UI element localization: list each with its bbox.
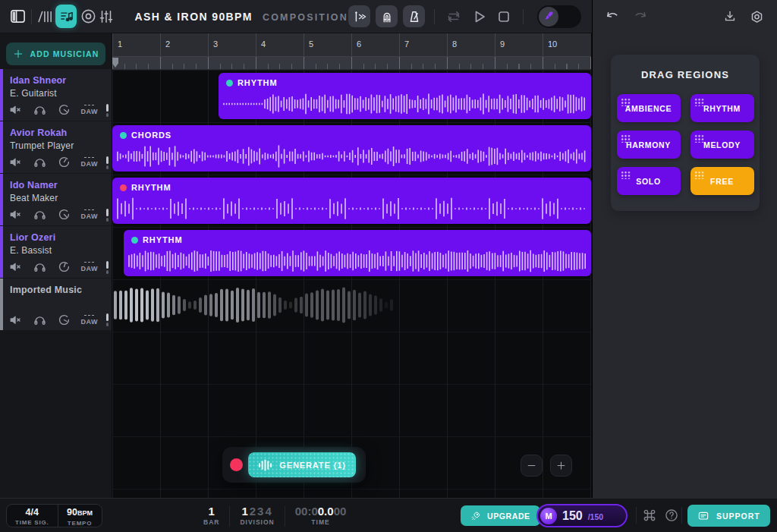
- region-waveform: [222, 91, 587, 117]
- stop-button-icon[interactable]: [494, 7, 514, 27]
- division-readout: 1234 DIVISION: [240, 505, 274, 526]
- upgrade-button[interactable]: UPGRADE: [461, 505, 540, 526]
- loop-toggle-icon[interactable]: [444, 7, 464, 27]
- drag-handle-icon[interactable]: [106, 313, 109, 326]
- drag-region-solo[interactable]: SOLO: [617, 167, 681, 195]
- arrangement-view-icon[interactable]: [36, 7, 54, 27]
- daw-export-icon[interactable]: DAW: [80, 261, 98, 272]
- project-title-group: ASH & IRON 90BPM COMPOSITION: [134, 11, 348, 23]
- shortcuts-command-icon[interactable]: [642, 508, 657, 523]
- daw-export-icon[interactable]: DAW: [80, 209, 98, 220]
- drag-regions-grid: AMBIENCE RHYTHM HARMONY MELODY SOLO FREE: [611, 94, 760, 195]
- drag-region-melody[interactable]: MELODY: [690, 131, 754, 159]
- timesig-tempo-pill[interactable]: 4/4 TIME SIG. 90BPM TEMPO: [6, 504, 102, 527]
- timeline-tracks[interactable]: RHYTHM CHORDS RHYTHM RHYTHM: [112, 70, 591, 498]
- record-disc-icon[interactable]: [79, 7, 97, 27]
- solo-headphones-icon[interactable]: [33, 313, 47, 327]
- track-color-stripe: [0, 121, 3, 173]
- score-view-icon[interactable]: [55, 5, 77, 28]
- divider: [523, 9, 524, 24]
- bar-number: 9: [495, 33, 543, 56]
- level-knob-icon[interactable]: [57, 102, 71, 117]
- settings-gear-icon[interactable]: [749, 9, 765, 25]
- play-button-icon[interactable]: [469, 7, 489, 27]
- timeline-ruler[interactable]: 12345678910: [112, 33, 591, 70]
- mute-icon[interactable]: [8, 207, 23, 222]
- zoom-in-button[interactable]: [550, 455, 572, 477]
- bar-readout: 1 BAR: [203, 505, 219, 526]
- track-color-stripe: [0, 226, 3, 278]
- drag-handle-icon[interactable]: [106, 209, 109, 222]
- record-dot[interactable]: [230, 458, 243, 471]
- region-waveform: [116, 143, 587, 169]
- position-readout: 1 BAR 1234 DIVISION 00:00.000 TIME: [203, 505, 346, 527]
- solo-headphones-icon[interactable]: [33, 260, 47, 274]
- drag-handle-icon[interactable]: [106, 261, 109, 274]
- download-icon[interactable]: [722, 9, 738, 24]
- right-panel: DRAG REGIONS AMBIENCE RHYTHM HARMONY MEL…: [592, 33, 777, 498]
- generate-button[interactable]: GENERATE (1): [248, 452, 356, 477]
- zoom-out-button[interactable]: [521, 455, 543, 477]
- region-dot: [226, 80, 233, 87]
- add-musician-button[interactable]: ADD MUSICIAN: [6, 42, 105, 65]
- sidebar-toggle-icon[interactable]: [9, 7, 27, 27]
- ruler-ticks[interactable]: [112, 57, 591, 69]
- audio-region[interactable]: RHYTHM: [112, 178, 591, 224]
- audio-region[interactable]: RHYTHM: [219, 73, 591, 119]
- credits-badge[interactable]: M 150 /150: [536, 504, 628, 527]
- region-label: RHYTHM: [238, 78, 277, 87]
- musician-card[interactable]: Avior Rokah Trumpet Player DAW: [0, 121, 112, 173]
- musician-card[interactable]: Imported Music DAW: [0, 279, 112, 330]
- transport-controls: [348, 5, 592, 28]
- daw-export-icon[interactable]: DAW: [80, 314, 98, 326]
- playhead-marker[interactable]: [112, 58, 118, 68]
- drag-handle-icon[interactable]: [106, 156, 109, 169]
- metronome-toggle-icon[interactable]: [403, 5, 425, 27]
- musician-card[interactable]: Lior Ozeri E. Bassist DAW: [0, 226, 112, 278]
- musician-card[interactable]: Ido Namer Beat Maker DAW: [0, 174, 112, 225]
- drag-region-rhythm[interactable]: RHYTHM: [690, 94, 754, 122]
- time-signature[interactable]: 4/4 TIME SIG.: [7, 505, 58, 527]
- daw-export-icon[interactable]: DAW: [80, 156, 98, 168]
- bar-number: 6: [351, 33, 399, 56]
- musicians-sidebar: ADD MUSICIAN Idan Shneor E. Guitarist DA…: [0, 33, 112, 498]
- help-icon[interactable]: [664, 508, 679, 523]
- divider: [31, 9, 32, 24]
- musician-card[interactable]: Idan Shneor E. Guitarist DAW: [0, 69, 112, 121]
- mute-icon[interactable]: [8, 102, 23, 117]
- level-knob-icon[interactable]: [57, 207, 71, 222]
- redo-icon[interactable]: [632, 9, 648, 25]
- support-button[interactable]: SUPPORT: [687, 505, 770, 527]
- mixer-icon[interactable]: [97, 7, 115, 27]
- divider: [681, 507, 682, 524]
- region-label: RHYTHM: [143, 235, 182, 244]
- level-knob-icon[interactable]: [57, 313, 71, 327]
- audio-region[interactable]: RHYTHM: [124, 230, 591, 276]
- drag-region-ambience[interactable]: AMBIENCE: [617, 94, 681, 122]
- mute-icon[interactable]: [8, 260, 23, 274]
- daw-export-icon[interactable]: DAW: [80, 104, 98, 115]
- time-readout: 00:00.000 TIME: [295, 505, 347, 526]
- mute-icon[interactable]: [8, 155, 23, 169]
- region-dot: [120, 132, 127, 139]
- drag-region-harmony[interactable]: HARMONY: [617, 131, 681, 159]
- musician-name: Lior Ozeri: [10, 232, 55, 243]
- audio-region[interactable]: CHORDS: [112, 125, 591, 172]
- imported-audio-waveform[interactable]: [112, 285, 397, 325]
- musician-role: Trumpet Player: [10, 140, 74, 151]
- musician-name: Idan Shneor: [10, 75, 66, 86]
- solo-headphones-icon[interactable]: [33, 102, 47, 117]
- level-knob-icon[interactable]: [57, 260, 71, 274]
- track-color-stripe: [0, 69, 3, 121]
- snap-magnet-toggle-icon[interactable]: [376, 5, 398, 27]
- tempo[interactable]: 90BPM TEMPO: [58, 505, 102, 527]
- undo-icon[interactable]: [605, 9, 621, 25]
- brush-mode-toggle[interactable]: [537, 5, 581, 28]
- drag-region-free[interactable]: FREE: [690, 167, 754, 195]
- drag-handle-icon[interactable]: [106, 104, 109, 117]
- autoscroll-toggle-icon[interactable]: [348, 5, 370, 27]
- solo-headphones-icon[interactable]: [33, 207, 47, 222]
- level-knob-icon[interactable]: [57, 155, 71, 169]
- mute-icon[interactable]: [8, 313, 23, 327]
- solo-headphones-icon[interactable]: [33, 155, 47, 169]
